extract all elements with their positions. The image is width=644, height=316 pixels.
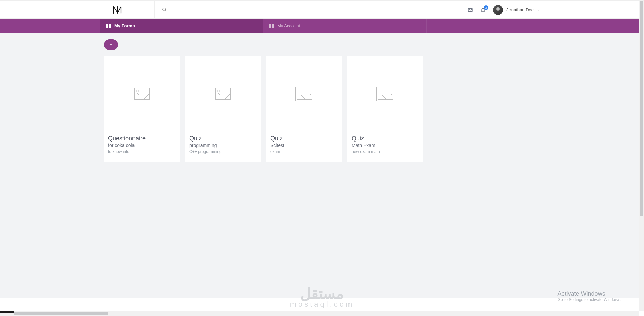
svg-rect-8 [272, 24, 274, 26]
header: 3 Jonathan Doe [0, 1, 644, 19]
svg-rect-9 [269, 26, 271, 28]
logo-icon [113, 6, 122, 14]
activate-title: Activate Windows [558, 290, 621, 297]
card-body: Questionnaire for coka cola to know info [104, 132, 180, 157]
image-placeholder-icon [376, 87, 394, 101]
card-desc: C++ programming [189, 149, 257, 154]
avatar [493, 5, 503, 15]
svg-line-1 [165, 10, 166, 11]
chevron-down-icon [537, 8, 540, 11]
card-title: Math Exam [352, 143, 419, 148]
form-card[interactable]: Quiz programming C++ programming [185, 56, 261, 162]
form-card[interactable]: Quiz Math Exam new exam math [347, 56, 423, 162]
add-form-button[interactable]: + [104, 39, 118, 50]
logo-section [0, 6, 154, 14]
user-name: Jonathan Doe [506, 7, 534, 12]
card-body: Quiz programming C++ programming [185, 132, 261, 157]
bottom-left-mark [0, 311, 14, 313]
svg-rect-10 [272, 26, 274, 28]
card-body: Quiz Scitest exam [266, 132, 342, 157]
card-image [266, 56, 342, 132]
card-title: programming [189, 143, 257, 148]
nav-bar: My Forms My Account [0, 19, 644, 33]
card-type: Questionnaire [108, 135, 176, 142]
image-placeholder-icon [214, 87, 232, 101]
scrollbar-thumb[interactable] [640, 1, 643, 216]
tab-my-forms[interactable]: My Forms [100, 19, 263, 33]
form-card[interactable]: Quiz Scitest exam [266, 56, 342, 162]
notification-badge: 3 [484, 5, 488, 10]
image-placeholder-icon [295, 87, 313, 101]
svg-rect-6 [109, 26, 111, 28]
image-placeholder-icon [133, 87, 151, 101]
user-menu[interactable]: Jonathan Doe [493, 5, 540, 15]
card-type: Quiz [352, 135, 419, 142]
form-card[interactable]: Questionnaire for coka cola to know info [104, 56, 180, 162]
plus-icon: + [110, 42, 112, 47]
card-desc: new exam math [352, 149, 419, 154]
svg-point-0 [163, 8, 166, 11]
search-icon [162, 7, 167, 12]
card-type: Quiz [189, 135, 257, 142]
card-image [104, 56, 180, 132]
notification-button[interactable]: 3 [480, 7, 486, 13]
grid-icon [269, 24, 274, 28]
tab-my-account-label: My Account [277, 23, 300, 28]
grid-icon [106, 24, 111, 28]
logo[interactable] [113, 6, 122, 14]
tab-my-forms-label: My Forms [114, 23, 135, 28]
header-right: 3 Jonathan Doe [468, 5, 644, 15]
svg-rect-3 [106, 24, 108, 26]
mail-icon[interactable] [468, 7, 473, 13]
svg-rect-4 [109, 24, 111, 26]
scrollbar-thumb[interactable] [14, 312, 108, 315]
card-title: for coka cola [108, 143, 176, 148]
main: + Questionnaire for coka cola to know in… [0, 33, 644, 162]
tab-my-account[interactable]: My Account [263, 19, 427, 33]
card-image [347, 56, 423, 132]
card-desc: to know info [108, 149, 176, 154]
cards-row: Questionnaire for coka cola to know info… [104, 56, 426, 162]
scrollbar-horizontal[interactable] [0, 311, 639, 316]
card-type: Quiz [270, 135, 338, 142]
scrollbar-vertical[interactable] [639, 1, 644, 311]
svg-rect-7 [269, 24, 271, 26]
card-image [185, 56, 261, 132]
card-body: Quiz Math Exam new exam math [347, 132, 423, 157]
card-desc: exam [270, 149, 338, 154]
card-title: Scitest [270, 143, 338, 148]
svg-rect-5 [106, 26, 108, 28]
search-section[interactable] [154, 1, 167, 18]
